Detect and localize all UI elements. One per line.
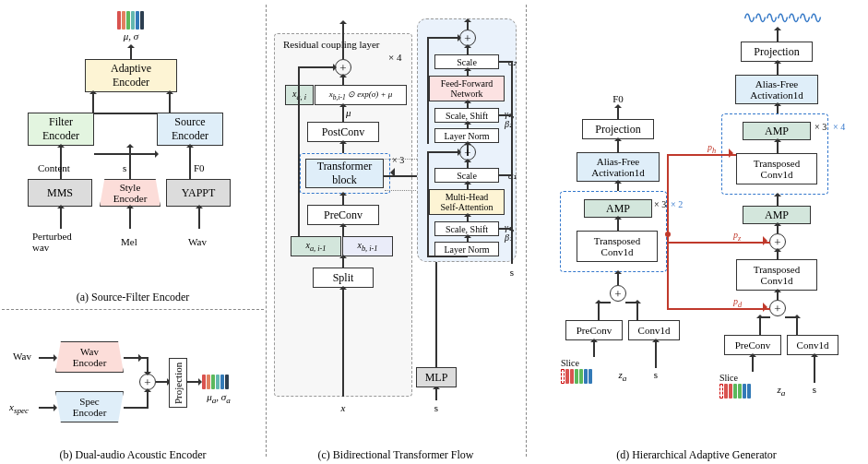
- rcl-title: Residual coupling layer: [283, 39, 379, 50]
- arrow: [435, 387, 437, 400]
- x4-r: × 4: [833, 122, 845, 132]
- tc-box-r: Transposed Conv1d: [736, 153, 817, 184]
- s-l: s: [654, 369, 658, 380]
- ph-label: ph: [707, 142, 716, 155]
- za-label-r: za: [778, 384, 786, 398]
- arrow: [169, 92, 171, 113]
- arrow: [156, 381, 169, 383]
- arrow: [147, 357, 149, 374]
- x4-label: × 4: [388, 52, 401, 63]
- mu-sigma-blocks: [117, 11, 144, 30]
- arrow: [39, 357, 55, 359]
- expr-box: xb,i-1 ⊙ exp(σ) + μ: [315, 85, 407, 105]
- projection-box: Projection: [169, 358, 187, 408]
- slice-blocks-r: [719, 384, 751, 399]
- caption-c: (c) Bidirectional Transformer Flow: [266, 448, 526, 462]
- arrow: [60, 207, 62, 229]
- caption-b: (b) Dual-audio Acoustic Encoder: [0, 448, 266, 462]
- transformer-block: Transformer block: [305, 159, 384, 188]
- arrow: [342, 22, 344, 59]
- bypass-line: [298, 67, 300, 236]
- x3-l: × 3: [654, 199, 666, 209]
- x3-r: × 3: [814, 122, 826, 132]
- pz-label: pz: [733, 230, 741, 243]
- mu-label: μ: [346, 107, 351, 118]
- add-node-l: +: [610, 285, 626, 302]
- panel-b-container: Wav Wav Encoder xspec Spec Encoder + Pro…: [0, 314, 266, 447]
- arrow: [342, 76, 344, 85]
- za-label-l: za: [619, 369, 627, 383]
- arrow: [198, 207, 200, 229]
- arrow: [342, 105, 344, 122]
- arrow: [187, 381, 200, 383]
- pd-label: pd: [733, 296, 742, 309]
- arrow: [189, 146, 191, 179]
- arrow: [129, 207, 131, 229]
- slice-l: Slice: [561, 358, 579, 368]
- xb-im1: xb, i-1: [342, 236, 393, 256]
- adaptive-encoder-box: Adaptive Encoder: [85, 59, 177, 92]
- arrow: [342, 288, 344, 397]
- mel-label: Mel: [121, 236, 137, 247]
- arrow: [147, 390, 149, 409]
- arrow: [467, 46, 469, 54]
- arrow: [92, 92, 94, 113]
- mlp-box: MLP: [416, 367, 457, 387]
- s-label: s: [123, 162, 126, 173]
- perturbed-wav-label: Perturbed wav: [32, 231, 72, 253]
- tc-box-l: Transposed Conv1d: [577, 231, 658, 262]
- xa-im1: xa, i-1: [291, 236, 341, 256]
- red-arrow-ph: [667, 154, 736, 156]
- content-label: Content: [38, 162, 70, 173]
- mu-sigma-a-label: μa, σa: [207, 391, 231, 405]
- waveform-icon: ∿∿∿∿∿∿∿: [743, 7, 820, 28]
- slice-r: Slice: [719, 373, 738, 383]
- arrow-seg: [94, 153, 129, 155]
- x2-l: × 2: [671, 199, 683, 209]
- s-r: s: [813, 384, 816, 395]
- xspec-label: xspec: [9, 401, 29, 415]
- spec-encoder-box: Spec Encoder: [55, 391, 124, 422]
- f0-label: F0: [194, 162, 205, 173]
- wav-in-label: Wav: [13, 351, 31, 362]
- panel-d-container: F0 Projection Alias-Free Activation1d AM…: [530, 6, 868, 444]
- ln1-box: Layer Norm: [434, 242, 499, 256]
- s-cond: s: [510, 267, 514, 278]
- arrow-seg: [129, 153, 157, 155]
- arrow-seg: [124, 407, 147, 409]
- mu-sigma-a-blocks: [202, 375, 229, 389]
- caption-a: (a) Source-Filter Encoder: [0, 291, 266, 304]
- arrow: [342, 194, 344, 205]
- arrowhead: [386, 168, 395, 177]
- panel-a-container: μ, σ Adaptive Encoder Filter Encoder Sou…: [0, 0, 266, 304]
- arrow: [342, 256, 344, 268]
- x-input: x: [341, 402, 346, 413]
- gb2-label: γ₂, β₂: [505, 109, 524, 129]
- caption-d: (d) Hierarchical Adaptive Generator: [526, 448, 867, 462]
- arrow: [467, 20, 469, 30]
- slice-blocks-l: [561, 369, 592, 384]
- arrow: [39, 407, 55, 409]
- red-arrow-pz: [667, 242, 770, 244]
- arrow: [129, 146, 131, 179]
- wav-label: Wav: [188, 236, 207, 247]
- panel-c-container: Residual coupling layer × 4 + xa, i xb,i…: [270, 6, 524, 444]
- arrow: [130, 46, 132, 59]
- gb1-label: γ₁, β₁: [505, 222, 524, 243]
- arrow: [342, 225, 344, 236]
- s-input: s: [434, 402, 438, 413]
- x3-label: × 3: [392, 155, 404, 165]
- wav-encoder-box: Wav Encoder: [55, 341, 124, 373]
- arrow: [617, 106, 619, 119]
- arrow: [298, 66, 335, 68]
- arrow: [342, 142, 344, 153]
- red-arrow-pd: [667, 308, 770, 310]
